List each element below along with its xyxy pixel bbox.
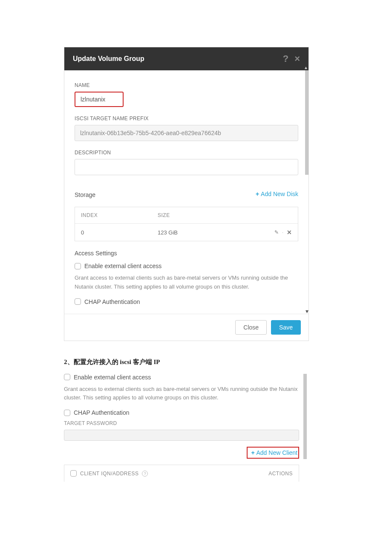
- chap-checkbox[interactable]: [75, 298, 81, 305]
- delete-icon[interactable]: ✕: [287, 229, 292, 236]
- scrollbar[interactable]: [305, 70, 308, 175]
- external-help-text: Grant access to external clients such as…: [75, 274, 298, 292]
- enable-external-label: Enable external client access: [84, 263, 161, 269]
- update-volume-group-modal: Update Volume Group ? × ▲ NAME ISCSI TAR…: [64, 47, 309, 341]
- actions-header: ACTIONS: [268, 471, 293, 477]
- description-input[interactable]: [75, 159, 298, 175]
- table-row: 0 123 GiB ✎ · ✕: [75, 224, 298, 241]
- access-settings-title: Access Settings: [75, 250, 298, 257]
- description-label: DESCRIPTION: [75, 150, 298, 156]
- scroll-down-arrow[interactable]: ▾: [306, 308, 308, 315]
- modal-footer: Close Save: [64, 314, 308, 341]
- access-panel: Enable external client access Grant acce…: [64, 374, 307, 482]
- separator-icon: ·: [282, 230, 283, 235]
- scrollbar[interactable]: [303, 374, 307, 459]
- select-all-checkbox[interactable]: [70, 470, 77, 477]
- modal-header: Update Volume Group ? ×: [64, 47, 308, 70]
- chap-label: CHAP Authentication: [74, 409, 130, 416]
- cell-size: 123 GiB: [158, 229, 262, 236]
- storage-title: Storage: [75, 191, 95, 198]
- chap-checkbox[interactable]: [64, 410, 70, 416]
- external-help-text: Grant access to external clients such as…: [64, 385, 299, 403]
- target-password-label: TARGET PASSWORD: [64, 420, 299, 426]
- name-input[interactable]: [75, 92, 124, 107]
- iscsi-input: [75, 125, 298, 141]
- add-new-disk-button[interactable]: +Add New Disk: [256, 191, 298, 197]
- enable-external-checkbox[interactable]: [64, 374, 70, 380]
- save-button[interactable]: Save: [271, 320, 301, 335]
- close-icon[interactable]: ×: [294, 54, 300, 64]
- target-password-input[interactable]: [64, 430, 299, 441]
- enable-external-label: Enable external client access: [74, 374, 151, 381]
- edit-icon[interactable]: ✎: [274, 229, 279, 235]
- modal-title: Update Volume Group: [73, 55, 144, 63]
- chap-row[interactable]: CHAP Authentication: [75, 298, 298, 305]
- col-size: SIZE: [158, 212, 262, 218]
- iscsi-label: ISCSI TARGET NAME PREFIX: [75, 116, 298, 121]
- client-iqn-header: CLIENT IQN/ADDRESS: [80, 471, 138, 477]
- client-table-header: CLIENT IQN/ADDRESS ? ACTIONS: [64, 465, 299, 482]
- enable-external-row[interactable]: Enable external client access: [64, 374, 299, 381]
- add-new-client-button[interactable]: + Add New Client: [247, 447, 299, 459]
- chap-label: CHAP Authentication: [84, 298, 140, 305]
- close-button[interactable]: Close: [235, 320, 267, 335]
- plus-icon: +: [256, 191, 259, 197]
- storage-table: INDEX SIZE 0 123 GiB ✎ · ✕: [75, 207, 298, 241]
- enable-external-row[interactable]: Enable external client access: [75, 263, 298, 269]
- help-icon[interactable]: ?: [142, 471, 148, 477]
- name-label: NAME: [75, 82, 298, 88]
- scroll-up-arrow[interactable]: ▲: [304, 65, 308, 70]
- col-index: INDEX: [81, 212, 158, 218]
- table-header: INDEX SIZE: [75, 207, 298, 224]
- modal-body: ▲ NAME ISCSI TARGET NAME PREFIX DESCRIPT…: [64, 70, 308, 314]
- enable-external-checkbox[interactable]: [75, 263, 81, 269]
- step-2-heading: 2、配置允许接入的 iscsi 客户端 IP: [64, 358, 328, 366]
- cell-index: 0: [81, 229, 158, 236]
- help-icon[interactable]: ?: [283, 54, 288, 64]
- plus-icon: +: [251, 449, 256, 456]
- chap-row[interactable]: CHAP Authentication: [64, 409, 299, 416]
